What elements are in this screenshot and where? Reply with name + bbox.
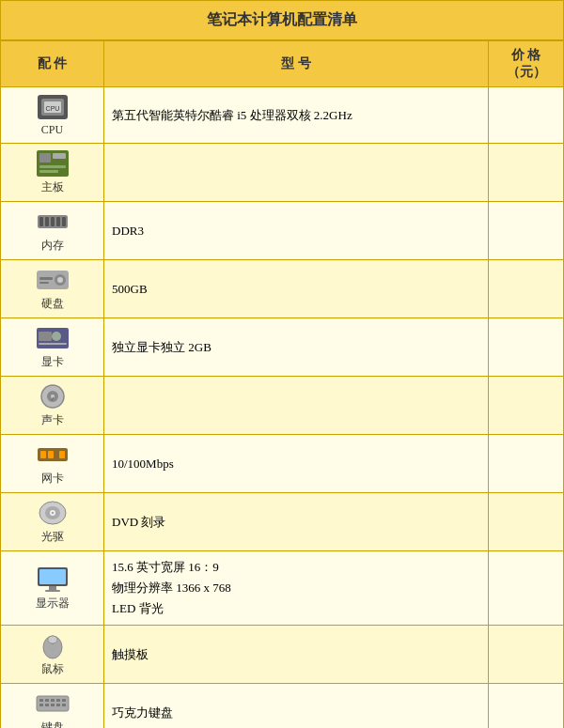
price-cell-netcard: [489, 435, 564, 493]
monitor-label: 显示器: [36, 596, 70, 612]
model-cell-optical: DVD 刻录: [104, 493, 489, 551]
model-cell-gpu: 独立显卡独立 2GB: [104, 318, 489, 377]
component-cell-netcard: 网卡: [1, 435, 104, 493]
model-cell-mouse: 触摸板: [104, 626, 489, 684]
price-cell-keyboard: [489, 684, 564, 728]
price-cell-mouse: [489, 626, 564, 684]
price-cell-hdd: [489, 260, 564, 318]
model-cell-keyboard: 巧克力键盘: [104, 684, 489, 728]
svg-text:♪: ♪: [51, 395, 55, 401]
memory-label: 内存: [41, 238, 64, 254]
price-cell-optical: [489, 493, 564, 551]
svg-point-42: [48, 636, 57, 643]
svg-rect-7: [39, 165, 66, 168]
svg-point-17: [57, 277, 63, 283]
svg-rect-29: [40, 451, 46, 458]
svg-rect-18: [39, 277, 53, 280]
svg-rect-31: [59, 451, 65, 458]
svg-rect-45: [45, 699, 49, 702]
page-title: 笔记本计算机配置清单: [0, 0, 564, 40]
model-cell-hdd: 500GB: [104, 260, 489, 318]
svg-point-22: [52, 332, 61, 341]
header-price: 价 格（元）: [489, 41, 564, 87]
svg-rect-52: [56, 704, 60, 706]
model-cell-soundcard: [104, 377, 489, 435]
cpu-icon: CPU: [36, 93, 70, 121]
svg-rect-47: [56, 699, 60, 702]
config-table: 配 件 型 号 价 格（元） CPUCPU第五代智能英特尔酷睿 i5 处理器双核…: [0, 40, 564, 728]
svg-rect-13: [56, 217, 60, 226]
soundcard-label: 声卡: [41, 412, 64, 428]
price-cell-motherboard: [489, 144, 564, 202]
keyboard-icon: [36, 689, 70, 718]
component-cell-cpu: CPUCPU: [1, 87, 104, 144]
component-cell-memory: 内存: [1, 202, 104, 260]
svg-rect-23: [39, 343, 67, 345]
svg-rect-12: [51, 217, 55, 226]
header-model: 型 号: [104, 41, 489, 87]
svg-rect-46: [51, 699, 55, 702]
motherboard-icon: [36, 149, 70, 178]
svg-rect-6: [53, 153, 66, 159]
mouse-icon: [36, 631, 70, 659]
svg-rect-48: [62, 699, 66, 702]
model-cell-motherboard: [104, 144, 489, 202]
model-cell-memory: DDR3: [104, 202, 489, 260]
svg-rect-38: [49, 586, 56, 590]
svg-point-35: [52, 512, 54, 514]
svg-rect-19: [39, 282, 49, 284]
svg-rect-39: [45, 590, 60, 592]
mouse-label: 鼠标: [41, 661, 64, 677]
keyboard-label: 键盘: [41, 720, 64, 728]
svg-rect-37: [39, 569, 66, 584]
price-cell-cpu: [489, 87, 564, 144]
svg-rect-53: [62, 704, 66, 706]
cpu-label: CPU: [41, 123, 63, 137]
component-cell-optical: 光驱: [1, 493, 104, 551]
svg-rect-10: [39, 217, 43, 226]
motherboard-label: 主板: [41, 179, 64, 195]
hdd-label: 硬盘: [41, 296, 64, 312]
component-cell-soundcard: ♪声卡: [1, 377, 104, 435]
monitor-model: 15.6 英寸宽屏 16：9物理分辨率 1366 x 768LED 背光: [112, 557, 480, 619]
netcard-icon: [36, 441, 70, 469]
hdd-icon: [36, 266, 70, 294]
price-cell-monitor: [489, 551, 564, 626]
svg-rect-51: [51, 704, 55, 706]
model-cell-monitor: 15.6 英寸宽屏 16：9物理分辨率 1366 x 768LED 背光: [104, 551, 489, 626]
memory-icon: [36, 208, 70, 236]
gpu-label: 显卡: [41, 354, 64, 370]
svg-rect-49: [39, 704, 43, 706]
component-cell-keyboard: 键盘: [1, 684, 104, 728]
gpu-icon: [36, 324, 70, 352]
model-cell-cpu: 第五代智能英特尔酷睿 i5 处理器双核 2.2GHz: [104, 87, 489, 144]
price-cell-memory: [489, 202, 564, 260]
component-cell-mouse: 鼠标: [1, 626, 104, 684]
svg-rect-44: [39, 699, 43, 702]
component-cell-motherboard: 主板: [1, 144, 104, 202]
price-cell-gpu: [489, 318, 564, 377]
monitor-icon: [36, 565, 70, 594]
header-component: 配 件: [1, 41, 104, 87]
svg-rect-50: [45, 704, 49, 706]
netcard-label: 网卡: [41, 471, 64, 487]
svg-rect-11: [45, 217, 49, 226]
model-cell-netcard: 10/100Mbps: [104, 435, 489, 493]
svg-rect-21: [39, 332, 52, 341]
soundcard-icon: ♪: [36, 382, 70, 410]
svg-rect-8: [39, 170, 58, 173]
svg-rect-14: [62, 217, 66, 226]
svg-rect-5: [39, 153, 51, 163]
svg-text:CPU: CPU: [45, 105, 59, 112]
component-cell-hdd: 硬盘: [1, 260, 104, 318]
optical-label: 光驱: [41, 529, 64, 545]
price-cell-soundcard: [489, 377, 564, 435]
component-cell-gpu: 显卡: [1, 318, 104, 377]
optical-icon: [36, 499, 70, 527]
svg-rect-30: [48, 451, 54, 458]
component-cell-monitor: 显示器: [1, 551, 104, 626]
